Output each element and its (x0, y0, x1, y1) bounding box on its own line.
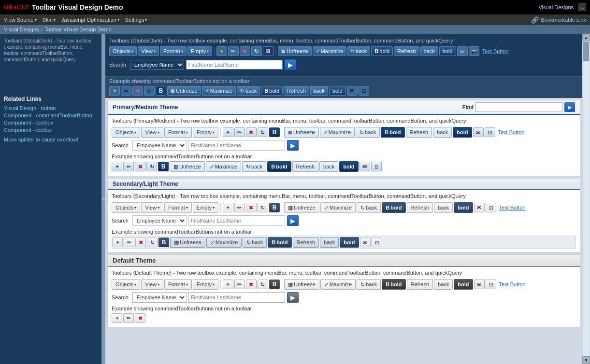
global-view-menu[interactable]: View ▾ (138, 46, 159, 56)
global-edit-icon-btn[interactable]: ✏ (228, 46, 239, 56)
primary-unfreeze-btn[interactable]: ▦ Unfreeze (284, 127, 319, 138)
global-back-btn1[interactable]: ↻ back (347, 46, 370, 56)
global-mail-icon-btn[interactable]: ✉ (457, 46, 468, 56)
secondary-bold-btn1[interactable]: B bold (382, 202, 405, 213)
default-bold-btn2[interactable]: bold (454, 279, 473, 290)
primary-cmdtb-new[interactable]: ✦ (112, 162, 122, 171)
secondary-cmdtb-bold[interactable]: B (158, 238, 169, 247)
global-refresh-icon-btn[interactable]: ↻ (251, 46, 262, 56)
default-view-menu[interactable]: View ▾ (141, 279, 163, 290)
default-bold-btn1[interactable]: B bold (382, 279, 405, 290)
cmdtb-back-btn1[interactable]: ↻ back (237, 86, 260, 96)
scroll-up-btn[interactable]: ▲ (582, 34, 590, 42)
default-delete-icon[interactable]: ✖ (246, 280, 257, 289)
primary-empty-menu[interactable]: Empty ▾ (193, 127, 218, 138)
default-unfreeze-btn[interactable]: ▦ Unfreeze (284, 279, 319, 290)
default-search-input[interactable] (188, 292, 285, 303)
cmdtb-back-btn2[interactable]: back (310, 86, 328, 96)
scroll-thumb[interactable] (583, 42, 589, 61)
secondary-refresh-icon[interactable]: ↻ (258, 203, 268, 212)
primary-mail-icon[interactable]: ✉ (473, 127, 484, 137)
global-maximize-btn[interactable]: ⤢ Maximize (313, 46, 346, 56)
default-theme-tab[interactable]: Default Theme (113, 257, 156, 264)
nav-settings[interactable]: Settings ▾ (125, 17, 147, 23)
cmdtb-camera-icon[interactable]: ⊡ (359, 86, 369, 96)
secondary-cmdtb-bold1[interactable]: B bold (268, 237, 291, 248)
primary-search-input[interactable] (188, 140, 285, 151)
primary-find-input[interactable] (475, 102, 562, 112)
default-text-btn[interactable]: Text Button (497, 281, 528, 287)
secondary-view-menu[interactable]: View ▾ (141, 202, 163, 213)
secondary-unfreeze-btn[interactable]: ▦ Unfreeze (284, 202, 319, 213)
secondary-cmdtb-edit[interactable]: ✏ (124, 238, 134, 247)
primary-new-icon[interactable]: ✦ (223, 127, 233, 137)
primary-edit-icon[interactable]: ✏ (234, 127, 245, 137)
global-empty-menu[interactable]: Empty ▾ (187, 46, 212, 56)
global-search-input[interactable] (186, 60, 283, 70)
cmdtb-refresh-icon[interactable]: ↻ (144, 86, 155, 96)
primary-refresh-btn[interactable]: Refresh (406, 127, 432, 138)
primary-find-go-btn[interactable]: ▶ (564, 102, 575, 112)
default-refresh-btn[interactable]: Refresh (407, 279, 433, 290)
global-new-icon-btn[interactable]: ✦ (216, 46, 227, 56)
primary-bold-icon[interactable]: B (269, 127, 280, 137)
secondary-back-btn1[interactable]: ↻ back (357, 202, 381, 213)
primary-bold-btn2[interactable]: bold (453, 127, 472, 138)
cmdtb-bold-btn2[interactable]: bold (329, 86, 346, 96)
default-cmdtb-new[interactable]: ✦ (112, 313, 122, 323)
sidebar-link-toolbox[interactable]: Component - toolbox (4, 120, 98, 126)
primary-objects-menu[interactable]: Objects ▾ (112, 127, 140, 138)
default-camera-icon[interactable]: ⊡ (486, 280, 496, 289)
secondary-cmdtb-back2[interactable]: back (320, 237, 339, 248)
secondary-search-go-btn[interactable]: ▶ (287, 215, 299, 226)
global-objects-menu[interactable]: Objects ▾ (109, 46, 137, 56)
nav-js-optimization[interactable]: Javascript Optimization ▾ (61, 17, 119, 23)
primary-bold-btn1[interactable]: B bold (381, 127, 404, 138)
default-back-btn2[interactable]: back (434, 279, 453, 290)
secondary-back-btn2[interactable]: back (434, 202, 453, 213)
secondary-camera-icon[interactable]: ⊡ (486, 203, 496, 212)
splitter[interactable]: ||| (101, 34, 105, 364)
primary-text-btn[interactable]: Text Button (496, 129, 527, 135)
primary-back-btn2[interactable]: back (433, 127, 452, 138)
primary-cmdtb-refresh-btn[interactable]: Refresh (292, 161, 319, 172)
cmdtb-refresh-btn[interactable]: Refresh (284, 86, 309, 96)
secondary-cmdtb-bold2[interactable]: bold (340, 237, 359, 248)
nav-skin[interactable]: Skin ▾ (43, 17, 56, 23)
cmdtb-mail-icon[interactable]: ✉ (347, 86, 358, 96)
secondary-bold-btn2[interactable]: bold (454, 202, 473, 213)
default-maximize-btn[interactable]: ⤢ Maximize (320, 279, 356, 290)
cmdtb-maximize-btn[interactable]: ⤢ Maximize (202, 86, 236, 96)
primary-maximize-btn[interactable]: ⤢ Maximize (320, 127, 355, 138)
primary-cmdtb-delete[interactable]: ✖ (135, 162, 145, 171)
secondary-cmdtb-refresh-btn[interactable]: Refresh (293, 237, 319, 248)
sidebar-link-toolbar[interactable]: Component - toolbar (4, 127, 98, 133)
secondary-cmdtb-camera[interactable]: ⊡ (372, 238, 382, 247)
secondary-search-select[interactable]: Employee Name (132, 215, 187, 226)
primary-refresh-icon[interactable]: ↻ (258, 127, 268, 137)
secondary-cmdtb-back1[interactable]: ↻ back (243, 237, 267, 248)
global-refresh-btn[interactable]: Refresh (394, 46, 419, 56)
scroll-down-btn[interactable]: ▼ (582, 356, 590, 364)
global-bold-btn1[interactable]: B bold (371, 46, 393, 56)
primary-delete-icon[interactable]: ✖ (246, 127, 257, 137)
global-delete-icon-btn[interactable]: ✖ (240, 46, 250, 56)
secondary-objects-menu[interactable]: Objects ▾ (112, 202, 140, 213)
primary-cmdtb-edit[interactable]: ✏ (123, 162, 134, 171)
secondary-cmdtb-maximize[interactable]: ⤢ Maximize (206, 237, 242, 248)
primary-back-btn1[interactable]: ↻ back (356, 127, 380, 138)
secondary-search-input[interactable] (188, 215, 285, 226)
default-search-select[interactable]: Employee Name (132, 292, 187, 303)
sidebar-link-command-toolbar-button[interactable]: Component - commandToolbarButton (4, 112, 98, 118)
default-bold-icon[interactable]: B (269, 280, 280, 289)
default-edit-icon[interactable]: ✏ (234, 280, 245, 289)
primary-cmdtb-unfreeze[interactable]: ▦ Unfreeze (170, 161, 205, 172)
secondary-bold-icon[interactable]: B (269, 203, 280, 212)
primary-format-menu[interactable]: Format ▾ (164, 127, 192, 138)
default-empty-menu[interactable]: Empty ▾ (193, 279, 218, 290)
global-search-select[interactable]: Employee Name (130, 60, 184, 70)
visual-designs-top-link[interactable]: Visual Designs (538, 4, 574, 10)
secondary-cmdtb-mail[interactable]: ✉ (360, 238, 371, 247)
primary-cmdtb-back1[interactable]: ↻ back (242, 161, 266, 172)
global-search-go-btn[interactable]: ▶ (285, 59, 296, 70)
